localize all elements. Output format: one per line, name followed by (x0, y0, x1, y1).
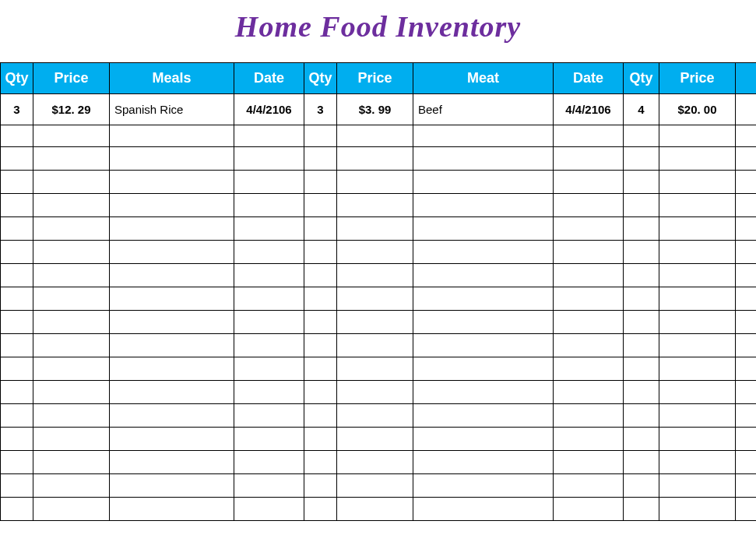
cell[interactable] (110, 125, 234, 147)
cell[interactable] (554, 498, 624, 521)
cell[interactable] (337, 241, 413, 264)
cell[interactable] (1, 381, 33, 404)
cell[interactable] (736, 125, 757, 147)
cell[interactable] (624, 474, 659, 498)
cell[interactable] (736, 334, 757, 357)
cell-qty1[interactable]: 3 (1, 94, 33, 125)
cell[interactable] (624, 171, 659, 194)
cell[interactable] (337, 194, 413, 217)
cell[interactable] (1, 428, 33, 451)
cell[interactable] (413, 217, 554, 241)
cell[interactable] (33, 217, 110, 241)
cell[interactable] (337, 381, 413, 404)
cell[interactable] (304, 217, 337, 241)
cell[interactable] (1, 311, 33, 334)
cell[interactable] (413, 264, 554, 287)
cell[interactable] (337, 125, 413, 147)
cell[interactable] (624, 217, 659, 241)
cell[interactable] (659, 125, 736, 147)
cell[interactable] (304, 194, 337, 217)
cell[interactable] (110, 357, 234, 381)
cell[interactable] (304, 287, 337, 311)
cell[interactable] (413, 241, 554, 264)
cell[interactable] (1, 357, 33, 381)
cell[interactable] (110, 147, 234, 171)
cell[interactable] (659, 147, 736, 171)
cell[interactable] (33, 125, 110, 147)
cell[interactable] (337, 334, 413, 357)
cell-price2[interactable]: $3. 99 (337, 94, 413, 125)
cell[interactable] (110, 474, 234, 498)
cell[interactable] (337, 357, 413, 381)
cell[interactable] (234, 147, 304, 171)
cell[interactable] (554, 241, 624, 264)
cell[interactable] (554, 125, 624, 147)
cell[interactable] (624, 147, 659, 171)
cell[interactable] (554, 264, 624, 287)
cell[interactable] (736, 194, 757, 217)
cell[interactable] (234, 171, 304, 194)
cell[interactable] (736, 474, 757, 498)
cell[interactable] (1, 287, 33, 311)
cell[interactable] (234, 381, 304, 404)
cell[interactable] (304, 498, 337, 521)
cell[interactable] (1, 241, 33, 264)
cell[interactable] (624, 194, 659, 217)
cell[interactable] (1, 498, 33, 521)
cell[interactable] (33, 334, 110, 357)
cell[interactable] (413, 125, 554, 147)
cell[interactable] (110, 381, 234, 404)
cell[interactable] (624, 451, 659, 474)
cell[interactable] (337, 264, 413, 287)
cell[interactable] (33, 404, 110, 428)
cell[interactable] (736, 451, 757, 474)
cell[interactable] (624, 241, 659, 264)
cell[interactable] (736, 241, 757, 264)
cell-qty2[interactable]: 3 (304, 94, 337, 125)
cell[interactable] (337, 311, 413, 334)
cell[interactable] (736, 264, 757, 287)
cell[interactable] (736, 287, 757, 311)
cell[interactable] (554, 171, 624, 194)
cell[interactable] (1, 264, 33, 287)
cell[interactable] (234, 498, 304, 521)
cell[interactable] (624, 498, 659, 521)
cell-price3[interactable]: $20. 00 (659, 94, 736, 125)
cell[interactable] (736, 357, 757, 381)
cell[interactable] (304, 241, 337, 264)
cell[interactable] (413, 147, 554, 171)
cell-meals[interactable]: Spanish Rice (110, 94, 234, 125)
cell[interactable] (33, 498, 110, 521)
cell[interactable] (659, 334, 736, 357)
cell[interactable] (736, 428, 757, 451)
cell[interactable] (33, 147, 110, 171)
cell[interactable] (624, 311, 659, 334)
cell[interactable] (304, 171, 337, 194)
cell[interactable] (624, 428, 659, 451)
cell[interactable] (33, 311, 110, 334)
cell[interactable] (736, 217, 757, 241)
cell[interactable] (659, 241, 736, 264)
cell[interactable] (33, 474, 110, 498)
cell[interactable] (659, 474, 736, 498)
cell[interactable] (33, 194, 110, 217)
cell[interactable] (413, 381, 554, 404)
cell[interactable] (110, 241, 234, 264)
cell[interactable] (1, 125, 33, 147)
cell[interactable] (110, 287, 234, 311)
cell[interactable] (110, 194, 234, 217)
cell[interactable] (659, 498, 736, 521)
cell[interactable] (110, 428, 234, 451)
cell[interactable] (337, 451, 413, 474)
cell[interactable] (736, 311, 757, 334)
cell[interactable] (624, 334, 659, 357)
cell[interactable] (554, 381, 624, 404)
cell[interactable] (659, 217, 736, 241)
cell[interactable] (1, 451, 33, 474)
cell[interactable] (736, 404, 757, 428)
cell[interactable] (337, 498, 413, 521)
cell[interactable] (624, 125, 659, 147)
cell[interactable] (554, 311, 624, 334)
cell[interactable] (1, 334, 33, 357)
cell[interactable] (554, 474, 624, 498)
